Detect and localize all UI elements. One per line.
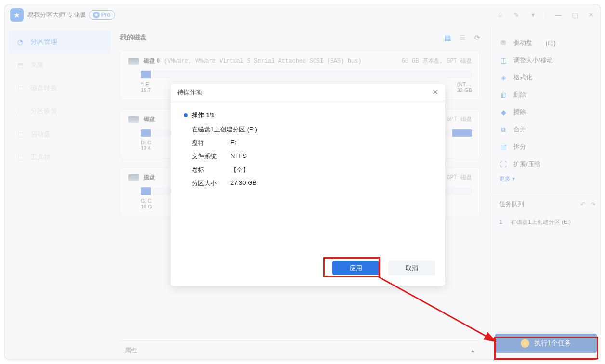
modal-title: 待操作项: [177, 88, 202, 97]
bullet-icon: [184, 113, 188, 117]
op-count: 操作 1/1: [192, 111, 215, 119]
pending-operations-modal: 待操作项 ✕ 操作 1/1 在磁盘1上创建分区 (E:) 盘符E: 文件系统NT…: [171, 84, 445, 286]
close-icon[interactable]: ✕: [432, 88, 438, 97]
op-description: 在磁盘1上创建分区 (E:): [192, 125, 432, 134]
apply-button[interactable]: 应用: [332, 261, 380, 275]
cancel-button[interactable]: 取消: [388, 261, 435, 275]
